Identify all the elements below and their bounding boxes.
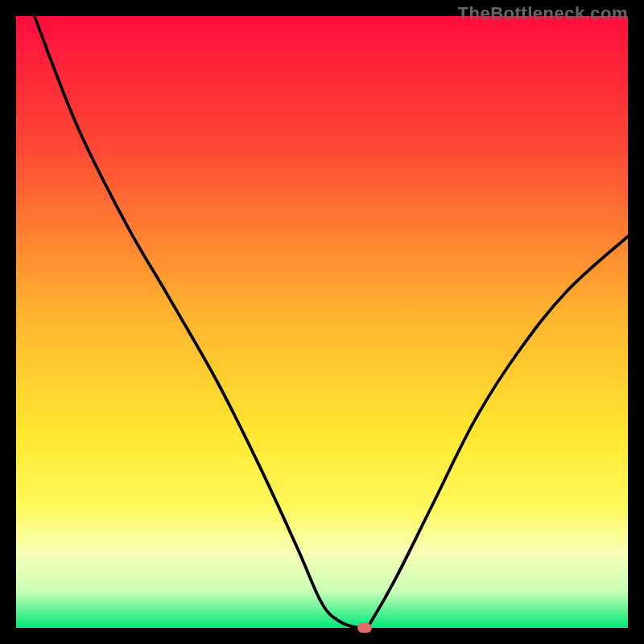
watermark-text: TheBottleneck.com	[458, 3, 628, 24]
gradient-rect	[16, 16, 628, 628]
chart-svg	[16, 16, 628, 628]
chart-frame: TheBottleneck.com	[0, 0, 644, 644]
plot-area	[16, 16, 628, 628]
optimum-marker	[357, 623, 372, 633]
